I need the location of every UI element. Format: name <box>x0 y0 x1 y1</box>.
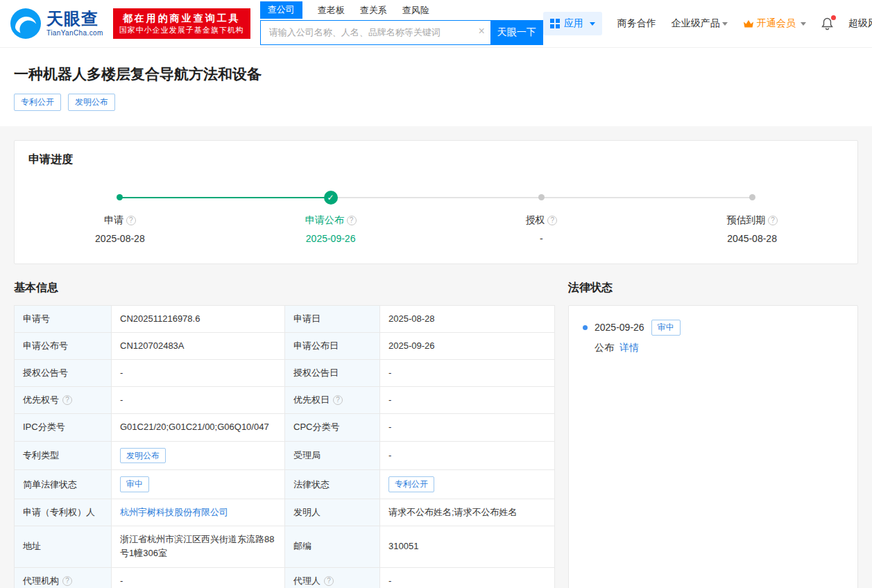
clear-icon[interactable]: × <box>478 26 484 37</box>
step-date: - <box>540 233 543 244</box>
page-title: 一种机器人多楼层复合导航方法和设备 <box>14 64 858 84</box>
patent-open-tag: 专利公开 <box>14 94 61 111</box>
nav-super-risk[interactable]: 超级风... <box>848 17 872 30</box>
field-label: 申请（专利权）人 <box>15 499 112 526</box>
field-value: 发明公布 <box>112 441 285 470</box>
nav-enterprise[interactable]: 企业级产品 <box>672 17 728 30</box>
field-label: 授权公告号 <box>15 360 112 387</box>
field-value: 请求不公布姓名;请求不公布姓名 <box>380 499 555 526</box>
search-input[interactable] <box>260 20 490 45</box>
field-value: - <box>380 414 555 441</box>
field-label: 授权公告日 <box>285 360 380 387</box>
table-row: 简单法律状态 审中 法律状态 专利公开 <box>15 470 555 499</box>
chevron-down-icon <box>722 22 728 26</box>
legal-status-tag: 专利公开 <box>388 476 434 492</box>
step-dot <box>749 194 755 200</box>
field-label: 申请公布日 <box>285 332 380 359</box>
field-value: 310051 <box>380 526 555 567</box>
step-date: 2045-08-28 <box>727 233 777 244</box>
step-dot <box>538 194 545 200</box>
field-label: 优先权日? <box>285 387 380 414</box>
tab-boss[interactable]: 查老板 <box>318 4 345 17</box>
field-value: 2025-08-28 <box>380 305 555 332</box>
help-icon[interactable]: ? <box>126 216 136 225</box>
help-icon[interactable]: ? <box>324 576 334 586</box>
help-icon[interactable]: ? <box>62 395 72 405</box>
step-date: 2025-09-26 <box>306 233 356 244</box>
step-label: 预估到期 <box>726 214 765 227</box>
header-nav: 应用 商务合作 企业级产品 开通会员 超级风... <box>543 12 872 35</box>
chevron-down-icon <box>801 22 806 26</box>
tab-company[interactable]: 查公司 <box>260 1 302 19</box>
main-content: 申请进度 申请 ? 2025-08-28 ✓ 申请公布 ? <box>0 126 872 588</box>
help-icon[interactable]: ? <box>333 395 343 405</box>
field-value: CN202511216978.6 <box>112 305 285 332</box>
tab-relation[interactable]: 查关系 <box>360 4 387 17</box>
field-label: IPC分类号 <box>15 414 112 441</box>
progress-timeline: 申请 ? 2025-08-28 ✓ 申请公布 ? 2025-09-26 <box>15 188 857 244</box>
table-row: 授权公告号 - 授权公告日 - <box>15 360 555 387</box>
basic-info-heading: 基本信息 <box>14 281 554 295</box>
title-band: 一种机器人多楼层复合导航方法和设备 专利公开 发明公布 <box>0 48 872 126</box>
table-row: 代理机构? - 代理人? - <box>15 567 555 588</box>
slogan-badge: 都在用的商业查询工具 国家中小企业发展子基金旗下机构 <box>113 8 250 40</box>
field-value: 杭州宇树科技股份有限公司 <box>112 499 285 526</box>
basic-info-table: 申请号 CN202511216978.6 申请日 2025-08-28 申请公布… <box>14 305 555 588</box>
field-label: 邮编 <box>285 526 380 567</box>
legal-status-detail-link[interactable]: 详情 <box>619 342 639 354</box>
help-icon[interactable]: ? <box>768 216 778 225</box>
nav-cooperation-label: 商务合作 <box>617 17 656 30</box>
invention-publish-tag: 发明公布 <box>68 94 115 111</box>
field-label: 地址 <box>15 526 112 567</box>
grid-icon <box>550 19 560 28</box>
slogan-line2: 国家中小企业发展子基金旗下机构 <box>119 25 244 35</box>
search-button[interactable]: 天眼一下 <box>490 20 543 45</box>
nav-apps[interactable]: 应用 <box>543 12 602 35</box>
check-icon: ✓ <box>324 191 338 205</box>
tianyancha-logo[interactable]: 天眼查 TianYanCha.com <box>10 8 103 40</box>
field-value: - <box>380 360 555 387</box>
help-icon[interactable]: ? <box>547 216 557 225</box>
step-dot <box>117 194 123 200</box>
notification-dot <box>831 15 836 20</box>
field-label: 发明人 <box>285 499 380 526</box>
nav-vip[interactable]: 开通会员 <box>743 17 806 30</box>
nav-cooperation[interactable]: 商务合作 <box>617 17 656 30</box>
notification-bell[interactable] <box>821 17 833 31</box>
step-label: 申请公布 <box>305 214 344 227</box>
legal-status-date: 2025-09-26 <box>595 322 644 333</box>
step-date: 2025-08-28 <box>95 233 145 244</box>
bullet-icon <box>583 325 588 330</box>
timeline-step-grant: 授权 ? - <box>436 188 647 244</box>
field-value: - <box>112 360 285 387</box>
simple-legal-status-tag: 审中 <box>120 476 149 492</box>
title-tags: 专利公开 发明公布 <box>14 94 858 111</box>
crown-icon <box>743 19 754 28</box>
field-value: - <box>112 387 285 414</box>
nav-super-risk-label: 超级风... <box>848 17 872 30</box>
legal-status-action: 公布 <box>595 342 614 354</box>
nav-enterprise-label: 企业级产品 <box>672 17 720 30</box>
help-icon[interactable]: ? <box>62 576 72 586</box>
field-value: 审中 <box>112 470 285 499</box>
timeline-step-expiry: 预估到期 ? 2045-08-28 <box>647 188 857 244</box>
timeline-step-publish: ✓ 申请公布 ? 2025-09-26 <box>225 188 436 244</box>
chevron-down-icon <box>590 22 595 26</box>
field-label: 专利类型 <box>15 441 112 470</box>
logo-text: 天眼查 TianYanCha.com <box>46 10 103 37</box>
field-label: 代理机构? <box>15 567 112 588</box>
field-label: 受理局 <box>285 441 380 470</box>
tianyancha-logo-icon <box>10 8 42 40</box>
timeline-step-apply: 申请 ? 2025-08-28 <box>15 188 225 244</box>
field-value: 专利公开 <box>380 470 555 499</box>
search-area: 查公司 查老板 查关系 查风险 × 天眼一下 <box>260 3 543 45</box>
step-label: 申请 <box>104 214 123 227</box>
table-row: 申请（专利权）人 杭州宇树科技股份有限公司 发明人 请求不公布姓名;请求不公布姓… <box>15 499 555 526</box>
field-label: 申请日 <box>285 305 380 332</box>
help-icon[interactable]: ? <box>347 216 357 225</box>
tab-risk[interactable]: 查风险 <box>402 4 429 17</box>
applicant-company-link[interactable]: 杭州宇树科技股份有限公司 <box>120 507 228 517</box>
progress-heading: 申请进度 <box>15 153 857 167</box>
application-progress-card: 申请进度 申请 ? 2025-08-28 ✓ 申请公布 ? <box>14 140 858 264</box>
field-value: CN120702483A <box>112 332 285 359</box>
